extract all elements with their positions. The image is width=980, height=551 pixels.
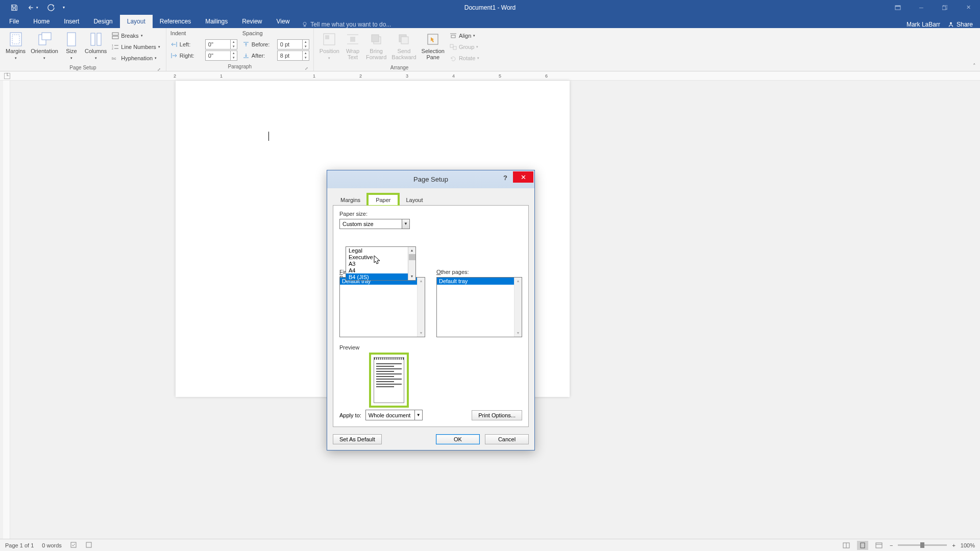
quick-access-toolbar: ▾ ▾ (0, 0, 67, 15)
bring-forward-button: Bring Forward (363, 30, 389, 61)
print-layout-button[interactable] (857, 541, 868, 550)
tab-references[interactable]: References (153, 15, 198, 28)
macro-icon[interactable] (85, 541, 92, 549)
position-button: Position▾ (317, 30, 342, 62)
align-button[interactable]: Align▾ (448, 30, 481, 41)
page-indicator[interactable]: Page 1 of 1 (5, 542, 34, 548)
spellcheck-icon[interactable] (70, 541, 77, 549)
page-setup-dialog-launcher[interactable]: ⤢ (157, 66, 162, 71)
svg-point-4 (950, 22, 952, 24)
paper-size-select[interactable]: Custom size ▼ (339, 219, 410, 229)
dialog-close-button[interactable]: ✕ (513, 171, 533, 183)
paper-size-option-selected[interactable]: B4 (JIS) (346, 273, 415, 280)
qat-customize-button[interactable]: ▾ (60, 0, 67, 15)
svg-rect-11 (97, 33, 101, 45)
hyphenation-icon: bc (112, 55, 119, 62)
zoom-in-button[interactable]: + (952, 542, 955, 548)
text-cursor (268, 132, 269, 141)
dialog-help-button[interactable]: ? (500, 174, 511, 184)
read-mode-button[interactable] (841, 541, 852, 550)
group-label-paragraph: Paragraph (228, 64, 252, 69)
hyphenation-button[interactable]: bcHyphenation▾ (110, 53, 161, 63)
print-options-button[interactable]: Print Options... (472, 410, 522, 420)
paragraph-dialog-launcher[interactable]: ⤢ (304, 65, 309, 70)
zoom-slider[interactable] (898, 544, 947, 546)
user-name[interactable]: Mark LaBarr (906, 21, 940, 28)
tab-insert[interactable]: Insert (57, 15, 86, 28)
ok-button[interactable]: OK (436, 434, 480, 444)
ribbon-tab-strip: File Home Insert Design Layout Reference… (0, 15, 980, 28)
tab-view[interactable]: View (270, 15, 297, 28)
tab-mailings[interactable]: Mailings (198, 15, 235, 28)
zoom-level[interactable]: 100% (961, 542, 975, 548)
ruler-horizontal[interactable]: └ 2 1 1 2 3 4 5 6 (0, 71, 980, 81)
other-pages-tray-list[interactable]: Default tray ▲▼ (436, 277, 522, 337)
tell-me-search[interactable]: Tell me what you want to do... (302, 21, 391, 28)
document-area: Page Setup ? ✕ Margins Paper Layout Pape… (0, 81, 980, 539)
paper-size-option[interactable]: A3 (346, 260, 415, 267)
maximize-button[interactable] (933, 0, 957, 15)
zoom-out-button[interactable]: − (890, 542, 893, 548)
indent-left-input[interactable]: 0"▲▼ (205, 39, 237, 49)
spacing-after-input[interactable]: 8 pt▲▼ (277, 51, 309, 61)
line-numbers-button[interactable]: 12Line Numbers▾ (110, 41, 161, 52)
tab-selector[interactable]: └ (4, 73, 10, 79)
dialog-tab-paper[interactable]: Paper (368, 194, 398, 206)
undo-button[interactable]: ▾ (23, 0, 42, 15)
share-button[interactable]: Share (947, 21, 973, 28)
tab-design[interactable]: Design (86, 15, 119, 28)
indent-right-icon (170, 53, 178, 59)
save-button[interactable] (5, 0, 23, 15)
svg-rect-9 (67, 33, 76, 46)
apply-to-select[interactable]: Whole document▼ (365, 410, 423, 420)
indent-right-input[interactable]: 0"▲▼ (205, 51, 237, 61)
size-button[interactable]: Size▾ (61, 30, 82, 62)
cancel-button[interactable]: Cancel (485, 434, 529, 444)
minimize-button[interactable]: ─ (910, 0, 933, 15)
chevron-down-icon[interactable]: ▼ (402, 219, 409, 229)
dialog-tab-margins[interactable]: Margins (333, 194, 368, 206)
tab-file[interactable]: File (2, 15, 26, 28)
line-numbers-icon: 12 (112, 43, 119, 51)
svg-text:2: 2 (112, 47, 113, 50)
group-page-setup: Margins▾ Orientation▾ Size▾ Columns▾ Bre… (0, 28, 166, 71)
web-layout-button[interactable] (873, 541, 885, 550)
rotate-icon (450, 55, 457, 61)
group-button: Group▾ (448, 41, 481, 52)
breaks-button[interactable]: Breaks▾ (110, 30, 161, 41)
columns-button[interactable]: Columns▾ (82, 30, 109, 62)
selection-pane-button[interactable]: Selection Pane (419, 30, 447, 61)
preview-thumbnail (371, 355, 407, 406)
word-count[interactable]: 0 words (42, 542, 62, 548)
dialog-title-bar[interactable]: Page Setup ? ✕ (327, 170, 534, 188)
dialog-tab-layout[interactable]: Layout (398, 194, 430, 206)
svg-rect-31 (401, 37, 408, 44)
align-icon (450, 33, 457, 39)
close-button[interactable]: ✕ (957, 0, 980, 15)
tab-layout[interactable]: Layout (120, 15, 153, 28)
ribbon-display-options-button[interactable] (886, 0, 910, 15)
svg-rect-38 (86, 542, 91, 547)
orientation-button[interactable]: Orientation▾ (28, 30, 61, 62)
dropdown-scrollbar[interactable]: ▲▼ (408, 247, 415, 280)
spacing-after-icon (242, 53, 250, 59)
document-title: Document1 - Word (464, 4, 516, 11)
svg-text:bc: bc (112, 56, 116, 61)
tab-review[interactable]: Review (235, 15, 269, 28)
first-page-tray-list[interactable]: Default tray ▲▼ (339, 277, 425, 337)
set-as-default-button[interactable]: Set As Default (333, 434, 382, 444)
list-item[interactable]: Default tray (437, 278, 522, 285)
paper-size-option[interactable]: Legal (346, 247, 415, 254)
indent-label: Indent (170, 30, 237, 38)
redo-button[interactable] (42, 0, 60, 15)
rotate-button: Rotate▾ (448, 53, 481, 63)
collapse-ribbon-button[interactable]: ˄ (973, 63, 976, 69)
tab-home[interactable]: Home (26, 15, 57, 28)
paper-size-option[interactable]: Executive (346, 254, 415, 260)
ruler-vertical[interactable] (3, 81, 10, 539)
group-paragraph: Indent Left:0"▲▼ Right:0"▲▼ Spacing Befo… (166, 28, 314, 71)
spacing-before-input[interactable]: 0 pt▲▼ (277, 39, 309, 49)
svg-rect-8 (42, 33, 51, 40)
margins-button[interactable]: Margins▾ (3, 30, 28, 62)
paper-size-option[interactable]: A4 (346, 267, 415, 273)
